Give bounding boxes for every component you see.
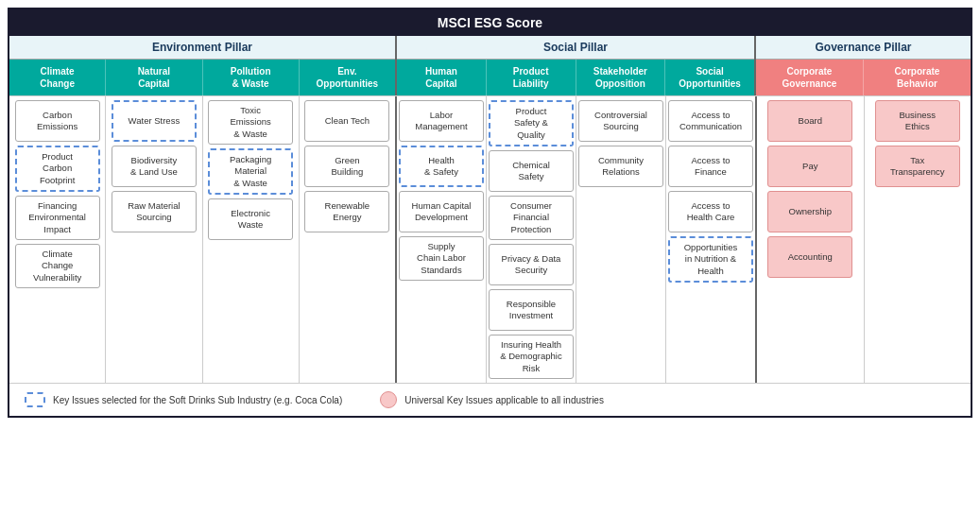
cell-renewable-energy: RenewableEnergy <box>304 191 389 232</box>
gov-content: Board Pay Ownership Accounting BusinessE… <box>757 96 971 383</box>
social-sub-social-opp: SocialOpportunities <box>665 60 754 95</box>
cell-product-carbon: ProductCarbonFootprint <box>15 146 100 192</box>
env-natural-col: Water Stress Biodiversity& Land Use Raw … <box>106 96 202 383</box>
env-sub-opp: Env.Opportunities <box>300 60 395 95</box>
env-sub-climate: ClimateChange <box>9 60 106 95</box>
social-sub-stakeholder: StakeholderOpposition <box>576 60 666 95</box>
cell-chemical-safety: ChemicalSafety <box>489 150 574 192</box>
legend-pink-icon <box>380 391 397 408</box>
social-sub-product: ProductLiability <box>487 60 576 95</box>
cell-board: Board <box>767 100 852 142</box>
cell-tax-transparency: TaxTransparency <box>875 146 960 187</box>
env-opp-col: Clean Tech GreenBuilding RenewableEnergy <box>300 96 395 383</box>
env-pillar-label: Environment Pillar <box>9 36 395 60</box>
cell-clean-tech: Clean Tech <box>304 100 389 142</box>
cell-insuring-health: Insuring Health& DemographicRisk <box>489 335 574 379</box>
env-pollution-col: ToxicEmissions& Waste PackagingMaterial&… <box>203 96 300 383</box>
cell-biodiversity: Biodiversity& Land Use <box>112 146 197 187</box>
cell-privacy-data: Privacy & DataSecurity <box>489 244 574 285</box>
cell-access-health-care: Access toHealth Care <box>668 191 753 232</box>
content-row: CarbonEmissions ProductCarbonFootprint F… <box>9 95 971 383</box>
gov-sub-corp-beh: CorporateBehavior <box>864 60 971 95</box>
social-pillar-label: Social Pillar <box>397 36 754 60</box>
main-title: MSCI ESG Score <box>9 9 971 36</box>
env-pillar-header: Environment Pillar ClimateChange Natural… <box>9 36 397 95</box>
env-sub-natural: NaturalCapital <box>106 60 202 95</box>
gov-corp-beh-col: BusinessEthics TaxTransparency <box>865 96 971 383</box>
gov-sub-corp-gov: CorporateGovernance <box>756 60 864 95</box>
cell-business-ethics: BusinessEthics <box>875 100 960 142</box>
gov-sub-headers: CorporateGovernance CorporateBehavior <box>756 60 971 95</box>
social-sub-headers: HumanCapital ProductLiability Stakeholde… <box>397 60 754 95</box>
cell-responsible-investment: ResponsibleInvestment <box>489 289 574 331</box>
social-stakeholder-col: ControversialSourcing CommunityRelations <box>576 96 666 383</box>
gov-pillar-header: Governance Pillar CorporateGovernance Co… <box>756 36 971 95</box>
social-human-col: LaborManagement Health& Safety Human Cap… <box>397 96 487 383</box>
cell-labor-mgmt: LaborManagement <box>399 100 484 142</box>
social-pillar-header: Social Pillar HumanCapital ProductLiabil… <box>397 36 756 95</box>
cell-supply-chain-labor: SupplyChain LaborStandards <box>399 236 484 281</box>
env-content: CarbonEmissions ProductCarbonFootprint F… <box>9 96 397 383</box>
legend-dashed: Key Issues selected for the Soft Drinks … <box>25 392 342 407</box>
cell-pay: Pay <box>767 146 852 187</box>
social-opp-col: Access toCommunication Access toFinance … <box>666 96 755 383</box>
gov-corp-gov-col: Board Pay Ownership Accounting <box>757 96 865 383</box>
cell-community-relations: CommunityRelations <box>578 146 663 187</box>
cell-access-communication: Access toCommunication <box>668 100 753 142</box>
cell-electronic-waste: ElectronicWaste <box>208 198 293 240</box>
cell-product-safety: ProductSafety &Quality <box>489 100 574 146</box>
cell-raw-material: Raw MaterialSourcing <box>112 191 197 232</box>
env-sub-pollution: Pollution& Waste <box>203 60 300 95</box>
pillars-row: Environment Pillar ClimateChange Natural… <box>9 36 971 95</box>
social-sub-human: HumanCapital <box>397 60 487 95</box>
gov-pillar-label: Governance Pillar <box>756 36 971 60</box>
main-container: MSCI ESG Score Environment Pillar Climat… <box>8 8 972 418</box>
legend-pink: Universal Key Issues applicable to all i… <box>380 391 604 408</box>
cell-financing-env: FinancingEnvironmentalImpact <box>15 196 100 240</box>
cell-packaging: PackagingMaterial& Waste <box>208 148 293 195</box>
env-climate-col: CarbonEmissions ProductCarbonFootprint F… <box>9 96 106 383</box>
cell-water-stress: Water Stress <box>112 100 197 142</box>
cell-ownership: Ownership <box>767 191 852 232</box>
legend-dashed-icon <box>25 392 45 407</box>
social-content: LaborManagement Health& Safety Human Cap… <box>397 96 757 383</box>
cell-nutrition-health: Opportunitiesin Nutrition &Health <box>668 236 753 283</box>
cell-human-capital-dev: Human CapitalDevelopment <box>399 191 484 232</box>
cell-health-safety: Health& Safety <box>399 146 484 187</box>
cell-green-building: GreenBuilding <box>304 146 389 187</box>
cell-carbon-emissions: CarbonEmissions <box>15 100 100 142</box>
legend-dashed-label: Key Issues selected for the Soft Drinks … <box>53 395 342 405</box>
cell-controversial-sourcing: ControversialSourcing <box>578 100 663 142</box>
cell-consumer-financial: ConsumerFinancialProtection <box>489 196 574 240</box>
env-sub-headers: ClimateChange NaturalCapital Pollution& … <box>9 60 395 95</box>
bottom-legend: Key Issues selected for the Soft Drinks … <box>9 383 971 416</box>
social-product-col: ProductSafety &Quality ChemicalSafety Co… <box>487 96 576 383</box>
legend-pink-label: Universal Key Issues applicable to all i… <box>404 395 604 405</box>
cell-access-finance: Access toFinance <box>668 146 753 187</box>
cell-climate-vulnerability: ClimateChangeVulnerability <box>15 244 100 288</box>
cell-toxic-emissions: ToxicEmissions& Waste <box>208 100 293 145</box>
cell-accounting: Accounting <box>767 236 852 278</box>
